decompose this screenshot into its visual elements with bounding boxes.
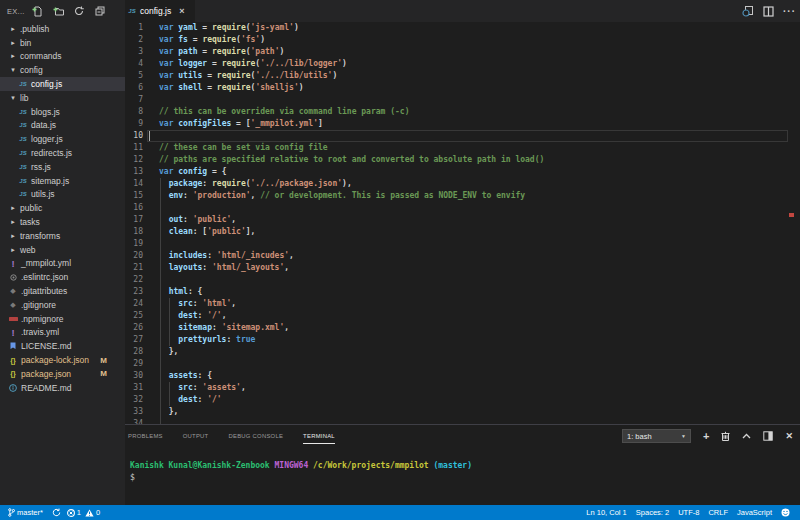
file-config-js[interactable]: JSconfig.js	[0, 77, 125, 91]
folder-config[interactable]: ▾config	[0, 63, 125, 77]
code-text: html: {	[159, 286, 202, 298]
maximize-panel-button[interactable]	[742, 433, 751, 439]
status-item-indentation[interactable]: Spaces: 2	[636, 508, 669, 517]
folder-lib[interactable]: ▾lib	[0, 91, 125, 105]
file-logger-js[interactable]: JSlogger.js	[0, 132, 125, 146]
line-number: 28	[125, 346, 143, 358]
code-text: assets: {	[159, 370, 212, 382]
file-sitemap-js[interactable]: JSsitemap.js	[0, 174, 125, 188]
file-label: .npmignore	[21, 314, 64, 324]
shell-select[interactable]: 1: bash ▼	[622, 429, 691, 443]
file-license-md[interactable]: LICENSE.md	[0, 339, 125, 353]
code-text: clean: ['public'],	[159, 226, 255, 238]
git-branch-item[interactable]: master*	[8, 505, 43, 520]
code-text: var utils = require('./../lib/utils')	[159, 70, 337, 82]
line-number: 25	[125, 310, 143, 322]
file-gitattributes[interactable]: ◆.gitattributes	[0, 284, 125, 298]
git-branch-icon	[8, 508, 15, 517]
file-eslintrc-json[interactable]: .eslintrc.json	[0, 270, 125, 284]
file-readme-md[interactable]: README.md	[0, 381, 125, 395]
folder-public[interactable]: ▸public	[0, 201, 125, 215]
split-terminal-button[interactable]	[763, 431, 773, 441]
panel-tab-output[interactable]: OUTPUT	[183, 425, 209, 447]
split-terminal-icon	[763, 431, 773, 441]
line-number: 26	[125, 322, 143, 334]
code-line-30: 30 assets: {	[125, 370, 800, 382]
chevron-right-icon: ▸	[9, 232, 17, 240]
new-folder-button[interactable]	[53, 6, 64, 17]
file-data-js[interactable]: JSdata.js	[0, 119, 125, 133]
sync-item[interactable]	[52, 505, 63, 520]
file-npmignore[interactable]: .npmignore	[0, 312, 125, 326]
yml-file-icon: !	[8, 258, 18, 269]
new-terminal-button[interactable]: +	[703, 431, 709, 442]
collapse-all-button[interactable]	[95, 6, 106, 17]
code-line-12: 12// paths are specified relative to roo…	[125, 154, 800, 166]
refresh-button[interactable]	[74, 6, 85, 17]
status-item-language[interactable]: JavaScript	[737, 508, 772, 517]
feedback-smiley-button[interactable]	[781, 508, 790, 517]
code-editor[interactable]: 1var yaml = require('js-yaml')2var fs = …	[125, 22, 800, 425]
folder-tasks[interactable]: ▸tasks	[0, 215, 125, 229]
code-line-1: 1var yaml = require('js-yaml')	[125, 22, 800, 34]
file-package-json[interactable]: {}package.jsonM	[0, 367, 125, 381]
line-number: 13	[125, 166, 143, 178]
code-line-4: 4var logger = require('./../lib/logger')	[125, 58, 800, 70]
warning-count: 0	[96, 508, 100, 517]
file-utils-js[interactable]: JSutils.js	[0, 188, 125, 202]
json-file-icon: {}	[8, 357, 18, 364]
code-line-3: 3var path = require('path')	[125, 46, 800, 58]
panel-tabs: PROBLEMSOUTPUTDEBUG CONSOLETERMINAL	[128, 425, 355, 447]
folder-commands[interactable]: ▸commands	[0, 50, 125, 64]
new-file-button[interactable]	[32, 6, 43, 17]
line-number: 20	[125, 250, 143, 262]
folder-web[interactable]: ▸web	[0, 243, 125, 257]
file-redirects-js[interactable]: JSredirects.js	[0, 146, 125, 160]
chevron-right-icon: ▸	[9, 39, 17, 47]
status-item-cursor-position[interactable]: Ln 10, Col 1	[586, 508, 626, 517]
folder-transforms[interactable]: ▸transforms	[0, 229, 125, 243]
file-label: commands	[20, 51, 62, 61]
file-label: .eslintrc.json	[21, 272, 68, 282]
panel-tab-terminal[interactable]: TERMINAL	[303, 425, 335, 447]
tab-label: config.js	[140, 6, 171, 16]
code-text: prettyurls: true	[159, 334, 255, 346]
close-panel-button[interactable]: ✕	[785, 432, 793, 441]
file-gitignore[interactable]: ◆.gitignore	[0, 298, 125, 312]
code-line-25: 25 dest: '/',	[125, 310, 800, 322]
terminal-line-1: Kanishk Kunal@Kanishk-Zenbook MINGW64 /c…	[130, 460, 472, 472]
kill-terminal-button[interactable]	[721, 431, 730, 441]
line-number: 11	[125, 142, 143, 154]
line-number: 23	[125, 286, 143, 298]
code-line-19: 19	[125, 238, 800, 250]
git-modified-badge: M	[100, 369, 107, 378]
split-editor-button[interactable]	[763, 6, 774, 17]
folder-publish[interactable]: ▸.publish	[0, 22, 125, 36]
panel-tab-debug-console[interactable]: DEBUG CONSOLE	[228, 425, 283, 447]
problems-item[interactable]: 1 0	[67, 505, 100, 520]
folder-bin[interactable]: ▸bin	[0, 36, 125, 50]
status-right: Ln 10, Col 1Spaces: 2UTF-8CRLFJavaScript	[577, 505, 800, 520]
file-package-lock-json[interactable]: {}package-lock.jsonM	[0, 353, 125, 367]
js-file-icon: JS	[18, 164, 28, 170]
code-line-28: 28 },	[125, 346, 800, 358]
file-label: rss.js	[31, 162, 51, 172]
warning-icon	[85, 509, 94, 517]
more-actions-button[interactable]: ···	[783, 6, 796, 17]
explorer-actions	[32, 6, 106, 17]
line-number: 14	[125, 178, 143, 190]
open-changes-button[interactable]	[742, 5, 754, 17]
panel-tab-problems[interactable]: PROBLEMS	[128, 425, 163, 447]
code-line-8: 8// this can be overriden via command li…	[125, 106, 800, 118]
terminal[interactable]: Kanishk Kunal@Kanishk-Zenbook MINGW64 /c…	[130, 460, 472, 484]
tab-close-icon[interactable]: ×	[179, 7, 184, 16]
tab-config-js[interactable]: JS config.js ×	[125, 0, 195, 22]
file-travis-yml[interactable]: !.travis.yml	[0, 326, 125, 340]
file-rss-js[interactable]: JSrss.js	[0, 160, 125, 174]
file-mmpilot-yml[interactable]: !_mmpilot.yml	[0, 257, 125, 271]
status-item-eol[interactable]: CRLF	[708, 508, 728, 517]
status-bar: master* 1 0 Ln 10, Col 1Spaces: 2UTF-8CR…	[0, 505, 800, 520]
status-item-encoding[interactable]: UTF-8	[678, 508, 699, 517]
file-blogs-js[interactable]: JSblogs.js	[0, 105, 125, 119]
line-number: 22	[125, 274, 143, 286]
